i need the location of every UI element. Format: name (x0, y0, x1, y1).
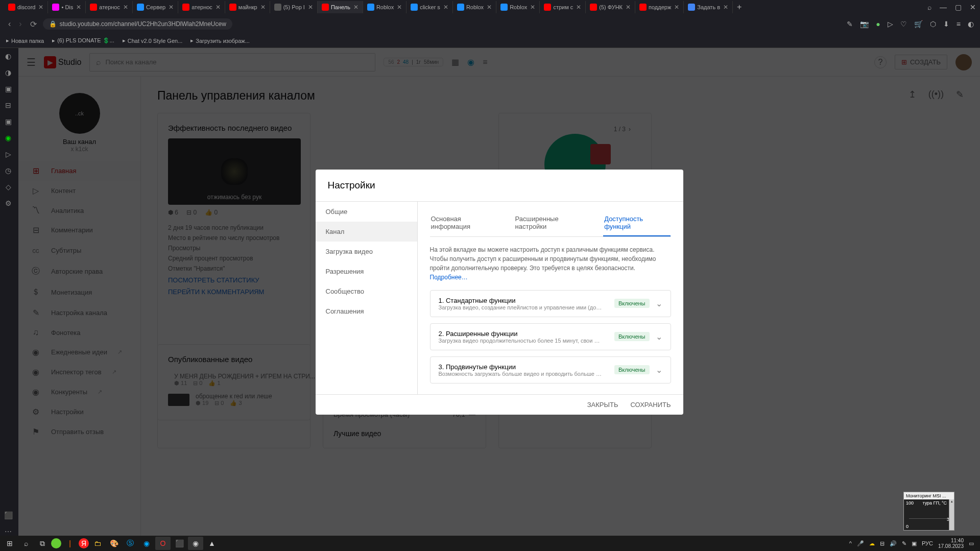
close-icon[interactable]: ✕ (530, 4, 535, 11)
close-icon[interactable]: ✕ (353, 4, 358, 11)
back-button[interactable]: ‹ (6, 17, 13, 31)
learn-more-link[interactable]: Подробнее… (430, 274, 468, 281)
close-icon[interactable]: ✕ (443, 4, 448, 11)
modal-tab[interactable]: Расширенные настройки (514, 210, 591, 236)
chevron-down-icon[interactable]: ⌄ (656, 365, 662, 375)
modal-nav-item[interactable]: Сообщество (316, 281, 417, 301)
browser-tab[interactable]: стрим с✕ (540, 1, 586, 13)
modal-nav-item[interactable]: Канал (316, 222, 417, 242)
opera-icon[interactable]: O (155, 537, 171, 550)
feature-item[interactable]: 1. Стандартные функцииЗагрузка видео, со… (430, 290, 671, 317)
camera-icon[interactable]: 📷 (860, 20, 869, 28)
side-icon[interactable]: ▣ (4, 117, 12, 126)
skype-icon[interactable]: Ⓢ (123, 537, 138, 550)
side-icon[interactable]: ◇ (4, 183, 12, 191)
side-icon[interactable]: ◷ (4, 166, 12, 175)
modal-overlay[interactable]: Настройки ОбщиеКаналЗагрузка видеоРазреш… (18, 48, 980, 536)
close-icon[interactable]: ✕ (38, 4, 43, 11)
modal-nav-item[interactable]: Общие (316, 202, 417, 222)
app-icon[interactable] (51, 538, 61, 548)
heart-icon[interactable]: ♡ (900, 20, 907, 28)
maximize-icon[interactable]: ▢ (955, 3, 962, 11)
tray-chevron-icon[interactable]: ^ (849, 540, 852, 546)
more-icon[interactable]: ⋯ (4, 528, 12, 536)
clock[interactable]: 11:40 17.08.2023 (938, 538, 964, 549)
app-icon[interactable]: ⬛ (172, 537, 187, 550)
lang-indicator[interactable]: РУС (922, 540, 933, 546)
browser-tab[interactable]: discord✕ (4, 1, 48, 13)
tray-icon[interactable]: 🎤 (857, 540, 864, 547)
chevron-down-icon[interactable]: ⌄ (656, 332, 662, 342)
modal-tab[interactable]: Доступность функций (603, 210, 671, 236)
close-icon[interactable]: ✕ (169, 4, 174, 11)
bookmark-item[interactable]: ▸Загрузить изображ... (190, 37, 250, 44)
browser-tab[interactable]: Roblox✕ (496, 1, 540, 13)
chevron-down-icon[interactable]: ⌄ (656, 299, 662, 308)
menu-icon[interactable]: ≡ (957, 20, 961, 28)
close-icon[interactable]: ✕ (397, 4, 402, 11)
minimize-icon[interactable]: — (940, 3, 947, 11)
close-icon[interactable]: ✕ (674, 4, 679, 11)
shield-icon[interactable]: ● (876, 20, 880, 28)
forward-button[interactable]: › (17, 17, 23, 31)
side-icon[interactable]: ◑ (4, 68, 12, 77)
edge-icon[interactable]: ◉ (139, 537, 154, 550)
new-tab-button[interactable]: + (733, 3, 746, 12)
cube-icon[interactable]: ⬡ (930, 20, 936, 28)
notifications-icon[interactable]: ▭ (969, 540, 974, 547)
edit-icon[interactable]: ✎ (847, 20, 853, 28)
side-icon[interactable]: ⚙ (4, 199, 12, 207)
bookmark-item[interactable]: ▸Новая папка (6, 37, 44, 44)
browser-tab[interactable]: атернос✕ (178, 1, 225, 13)
side-icon[interactable]: ⬛ (4, 511, 12, 519)
save-button[interactable]: СОХРАНИТЬ (631, 401, 671, 409)
side-icon[interactable]: ◐ (4, 52, 12, 60)
search-icon[interactable]: ⌕ (927, 3, 931, 11)
download-icon[interactable]: ⬇ (943, 20, 949, 28)
close-icon[interactable]: ✕ (723, 4, 728, 11)
close-button[interactable]: ЗАКРЫТЬ (587, 401, 618, 409)
close-icon[interactable]: ✕ (626, 4, 631, 11)
browser-tab[interactable]: (5) Pop I✕ (270, 1, 318, 13)
modal-tab[interactable]: Основная информация (430, 210, 502, 236)
obs-icon[interactable]: ◉ (188, 537, 203, 550)
feature-item[interactable]: 2. Расширенные функцииЗагрузка видео про… (430, 323, 671, 350)
side-icon[interactable]: ▷ (4, 150, 12, 158)
browser-tab[interactable]: • Dis✕ (48, 1, 86, 13)
browser-tab[interactable]: (5) ФУНК✕ (586, 1, 635, 13)
bookmark-item[interactable]: ▸Chat v2.0 Style Gen... (123, 37, 183, 44)
tray-icon[interactable]: ☁ (869, 540, 875, 547)
browser-tab[interactable]: майнкр✕ (225, 1, 270, 13)
wifi-icon[interactable]: ▣ (912, 540, 917, 547)
side-icon[interactable]: ▣ (4, 85, 12, 93)
explorer-icon[interactable]: 🗀 (90, 537, 105, 550)
browser-tab[interactable]: Задать в✕ (684, 1, 733, 13)
close-icon[interactable]: ✕ (76, 4, 81, 11)
feature-item[interactable]: 3. Продвинутые функцииВозможность загруж… (430, 356, 671, 384)
url-input[interactable]: 🔒 studio.youtube.com/channel/UC2Hh2un3HD… (43, 18, 232, 30)
play-icon[interactable]: ▷ (888, 20, 893, 28)
app-icon[interactable]: | (62, 537, 78, 550)
msi-monitor[interactable]: Мониторинг MSI ... 100 тура ГП, °C 34 0 … (903, 492, 954, 531)
browser-tab[interactable]: поддерж✕ (635, 1, 684, 13)
browser-tab[interactable]: Панель✕ (318, 1, 363, 13)
close-icon[interactable]: ✕ (576, 4, 581, 11)
app-icon[interactable]: ▲ (204, 537, 220, 550)
browser-tab[interactable]: Roblox✕ (453, 1, 496, 13)
browser-tab[interactable]: атернос✕ (86, 1, 133, 13)
bookmark-item[interactable]: ▸(6) PLS DONATE 💲... (52, 37, 114, 44)
tray-icon[interactable]: ⊟ (880, 540, 885, 547)
close-icon[interactable]: ✕ (487, 4, 492, 11)
cart-icon[interactable]: 🛒 (914, 20, 923, 28)
tray-icon[interactable]: ✎ (902, 540, 906, 547)
app-icon[interactable]: 🎨 (106, 537, 122, 550)
close-icon[interactable]: ✕ (970, 3, 976, 11)
close-icon[interactable]: ✕ (123, 4, 128, 11)
profile-icon[interactable]: ◐ (968, 20, 974, 28)
modal-nav-item[interactable]: Разрешения (316, 261, 417, 281)
start-button[interactable]: ⊞ (2, 537, 17, 550)
side-icon[interactable]: ⊟ (4, 101, 12, 109)
browser-tab[interactable]: clicker s✕ (407, 1, 453, 13)
browser-tab[interactable]: Roblox✕ (363, 1, 407, 13)
browser-tab[interactable]: Сервер✕ (133, 1, 178, 13)
